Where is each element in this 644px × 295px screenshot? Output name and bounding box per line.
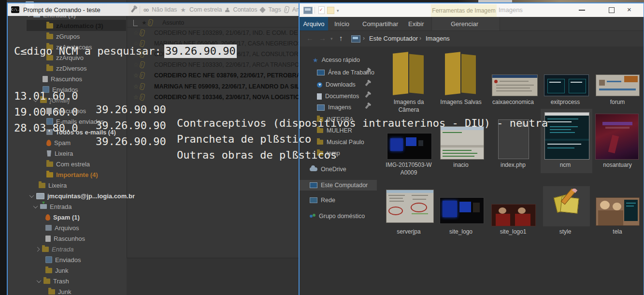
minimize-button[interactable] [579,10,585,11]
folder-label: Com estrela [56,161,90,168]
folder-row-trash2[interactable]: Trash [37,276,69,286]
folder-row-starred[interactable]: Com estrela [46,159,90,169]
result-desc: Prancheta de plßstico [177,133,311,146]
file-label[interactable]: serverjpa [385,228,433,236]
file-icon-style[interactable] [553,189,580,214]
sidebar-item-this-pc[interactable]: Este Computador [310,180,368,190]
folder-row-selected[interactable]: zAutomatico (3) [46,20,103,31]
chevron-down-icon[interactable] [37,278,42,283]
trash-icon [46,150,52,157]
file-thumbnail-inacio[interactable] [440,126,484,160]
folder-label: Spam [54,139,71,147]
chevron-right-icon[interactable] [35,247,40,251]
tab-inicio[interactable]: Início [334,17,349,30]
star-icon[interactable]: ☆ [133,61,140,68]
back-icon[interactable]: ← [306,34,314,42]
tab-gerenciar[interactable]: Gerenciar [451,17,478,30]
folder-row-junk[interactable]: Junk [48,286,71,295]
file-label[interactable]: ncm [541,161,589,169]
folder-row-trash[interactable]: Lixeira [46,148,73,159]
sidebar-item-homegroup[interactable]: Grupo doméstico [310,211,365,221]
message-row[interactable]: ☆CORDEIRO NFE 103330, 22/06/17, ARCA TRA… [133,59,315,70]
tab-arquivo[interactable]: Arquivo [300,17,328,30]
folder-row[interactable]: zGrupos [46,31,80,42]
thread-column-icon[interactable] [133,20,138,26]
cmd-titlebar[interactable]: C:\. Prompt de Comando - teste [8,3,129,16]
folder-icon [46,162,53,167]
mail-preview-pane [127,258,300,295]
result-ncm: 28.03.80.0 [14,121,78,135]
folder-row-drafts[interactable]: Rascunhos [45,233,85,244]
breadcrumb-imagens[interactable]: Imagens [426,35,450,42]
file-label[interactable]: site_logo [437,228,485,236]
filter-contacts-button[interactable]: Contatos [233,6,257,13]
filter-tags-button[interactable]: Tags [268,6,281,13]
file-label[interactable]: IMG-20170503-WA0009 [386,161,432,177]
computer-icon [310,182,317,188]
qat-dropdown-icon[interactable]: ▾ [337,8,339,13]
attachment-column-icon[interactable] [147,19,153,27]
folder-row-entrada[interactable]: Entrada [36,244,74,254]
folder-icon [48,289,55,295]
folder-label: Arquivos [55,224,79,232]
folder-row[interactable]: zzDiversos [46,63,87,74]
folder-row-junk[interactable]: Junk [45,265,68,276]
qat-separator [315,7,315,14]
explorer-titlebar[interactable]: ▾ Ferramentas de Imagem Imagens × [300,3,644,17]
folder-picture-icon[interactable] [351,35,360,43]
mail-account-row[interactable]: jmcquintas@jp...logia.com.br [30,191,135,201]
maximize-button[interactable] [609,7,615,13]
file-thumbnail-serverjpa[interactable] [386,190,434,223]
star-icon: ★ [180,6,186,14]
file-label[interactable]: style [541,228,589,236]
list-header[interactable]: ★ Assunto [133,17,184,28]
folder-row-spam[interactable]: Spam (1) [45,212,80,222]
file-thumbnail-site-logo1[interactable] [491,204,536,226]
filter-unread-button[interactable]: Não lidas [152,6,177,13]
up-icon[interactable]: ↑ [339,34,343,42]
file-label[interactable]: inacio [437,161,485,169]
tag-icon [260,7,266,13]
filter-starred-button[interactable]: Com estrela [189,6,222,13]
file-label[interactable]: tela [593,228,642,236]
file-label[interactable]: index.php [489,161,537,169]
qat-properties-icon[interactable] [318,6,325,14]
sidebar-item-network[interactable]: Rede [310,195,335,205]
sidebar-item-onedrive[interactable]: OneDrive [310,164,346,174]
qat-new-folder-icon[interactable] [327,7,334,14]
file-thumbnail-img[interactable] [387,133,432,160]
folder-row-sent[interactable]: Enviados [45,254,81,265]
folder-label: Spam (1) [53,214,80,221]
message-row[interactable]: ☆CORDEIRO NFE 103289, 21/06/17, IND. E C… [133,28,312,38]
chevron-down-icon[interactable] [33,204,38,208]
folder-row-spam[interactable]: Spam [46,137,71,148]
star-column-icon[interactable]: ★ [142,19,148,26]
window-title: Imagens [499,6,523,14]
file-label[interactable]: site_logo1 [489,228,537,236]
folder-icon [317,140,323,145]
forward-icon[interactable]: → [319,34,326,42]
breadcrumb-this-pc[interactable]: Este Computador [369,35,418,42]
file-thumbnail-site-logo[interactable] [440,197,484,224]
folder-row-archives[interactable]: Arquivos [45,222,79,233]
console-prompt-text: C≤digo NCM a pesquisar: [14,44,161,58]
pin-icon[interactable] [131,7,136,12]
history-dropdown-icon[interactable]: ▾ [330,36,333,41]
close-button[interactable]: × [627,5,631,14]
folder-icon [39,183,45,188]
tab-exibir[interactable]: Exibir [408,17,424,30]
subject-column-header[interactable]: Assunto [162,19,184,26]
folder-row-important[interactable]: Importante (4) [46,169,98,180]
file-thumbnail-tela[interactable] [596,197,640,226]
tab-compartilhar[interactable]: Compartilhar [362,17,398,30]
sidebar-item-musical-paulo[interactable]: Musical Paulo [317,137,364,147]
star-icon[interactable]: ☆ [133,30,140,36]
inbox-icon [40,204,47,209]
desktop: jmcquintas@gmail.com Entrada (1) zAutoma… [0,0,644,295]
folder-row-trash[interactable]: Lixeira [39,180,67,191]
cmd-icon: C:\. [11,6,19,13]
chevron-down-icon[interactable] [29,193,34,198]
file-label[interactable]: nosantuary [593,161,642,169]
folder-icon [46,34,53,39]
folder-row-inbox[interactable]: Entrada [34,201,72,212]
